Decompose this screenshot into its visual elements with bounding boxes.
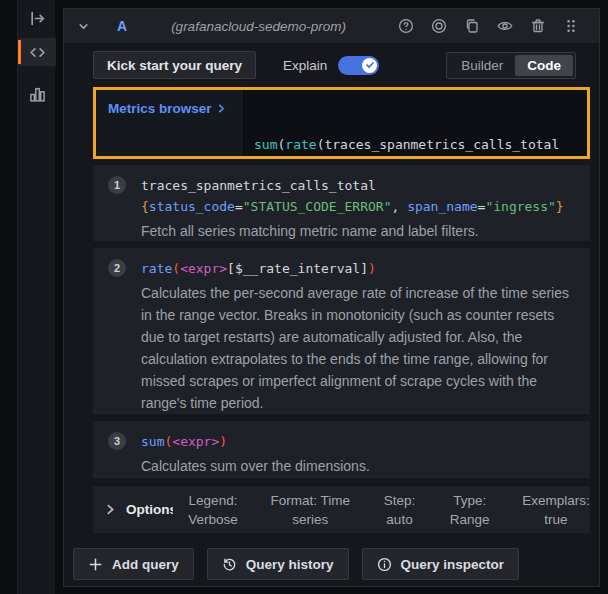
add-query-label: Add query [112,557,179,572]
mode-builder-button[interactable]: Builder [449,55,515,76]
step-description: Calculates the per-second average rate o… [141,282,578,414]
step-code: {status_code="STATUS_CODE_ERROR", span_n… [141,196,578,217]
query-inspector-label: Query inspector [401,557,505,572]
option-type: Type: Range [445,491,495,529]
rail-item-code-active[interactable] [18,38,56,66]
query-toolbar: Kick start your query Explain Builder Co… [93,50,576,80]
check-icon [365,60,375,70]
step-code: traces_spanmetrics_calls_total [141,175,578,196]
query-history-label: Query history [246,557,334,572]
bar-chart-icon [29,86,46,103]
query-inspector-button[interactable]: Query inspector [362,548,520,580]
query-footer: Add query Query history Query inspector [73,548,519,580]
step-description: Fetch all series matching metric name an… [141,220,578,242]
options-summary: Legend: Verbose Format: Time series Step… [183,491,590,529]
expand-right-icon [29,10,46,27]
explain-step-3: 3 sum(<expr>) Calculates sum over the di… [93,421,590,478]
explain-step-2: 2 rate(<expr>[$__rate_interval]) Calcula… [93,248,590,414]
option-step: Step: auto [378,491,422,529]
step-code: rate(<expr>[$__rate_interval]) [141,258,578,279]
plus-icon [88,557,103,572]
editor-mode-group: Builder Code [446,52,576,79]
add-query-button[interactable]: Add query [73,548,194,580]
record-circle-icon[interactable] [431,18,447,34]
info-circle-icon [377,557,392,572]
step-description: Calculates sum over the dimensions. [141,455,578,477]
query-history-button[interactable]: Query history [207,548,349,580]
datasource-name: (grafanacloud-sedemo-prom) [171,19,346,34]
query-options-row[interactable]: Options Legend: Verbose Format: Time ser… [93,486,590,533]
trash-icon[interactable] [530,18,546,34]
metrics-browser-cell: Metrics browser [96,90,244,156]
explain-step-1: 1 traces_spanmetrics_calls_total {status… [93,165,590,241]
query-row-panel: A (grafanacloud-sedemo-prom) [63,8,600,587]
step-number-badge: 2 [108,259,126,277]
query-ref-id[interactable]: A [117,18,127,34]
chevron-right-icon [217,104,226,113]
explain-label: Explain [283,58,327,73]
options-chevron-icon[interactable] [105,504,116,515]
metrics-browser-label: Metrics browser [108,101,212,116]
left-rail [17,0,55,594]
option-format: Format: Time series [266,491,354,529]
option-legend: Legend: Verbose [183,491,243,529]
step-number-badge: 3 [108,432,126,450]
copy-icon[interactable] [464,18,480,34]
explain-control: Explain [283,56,379,75]
query-field-highlighted: Metrics browser sum(rate(traces_spanmetr… [93,87,590,159]
query-row-header: A (grafanacloud-sedemo-prom) [64,9,599,43]
code-brackets-icon [29,44,46,61]
header-actions [398,18,579,34]
promql-code-editor[interactable]: sum(rate(traces_spanmetrics_calls_total … [244,90,587,156]
step-code: sum(<expr>) [141,431,578,452]
mode-code-button[interactable]: Code [515,55,573,76]
query-editor-screen: A (grafanacloud-sedemo-prom) [0,0,608,594]
rail-item-visualization[interactable] [18,80,56,108]
step-number-badge: 1 [108,176,126,194]
help-icon[interactable] [398,18,414,34]
history-icon [222,557,237,572]
options-label: Options [126,502,173,517]
option-exemplars: Exemplars: true [518,491,594,529]
collapse-chevron-icon[interactable] [77,20,90,33]
drag-handle-icon[interactable] [563,18,579,34]
eye-icon[interactable] [497,18,513,34]
kick-start-query-button[interactable]: Kick start your query [93,51,256,79]
metrics-browser-button[interactable]: Metrics browser [108,101,226,116]
rail-item-expand[interactable] [18,4,56,32]
code-line: sum(rate(traces_spanmetrics_calls_total [254,135,577,155]
toggle-knob [362,58,377,73]
explain-toggle[interactable] [338,56,379,75]
